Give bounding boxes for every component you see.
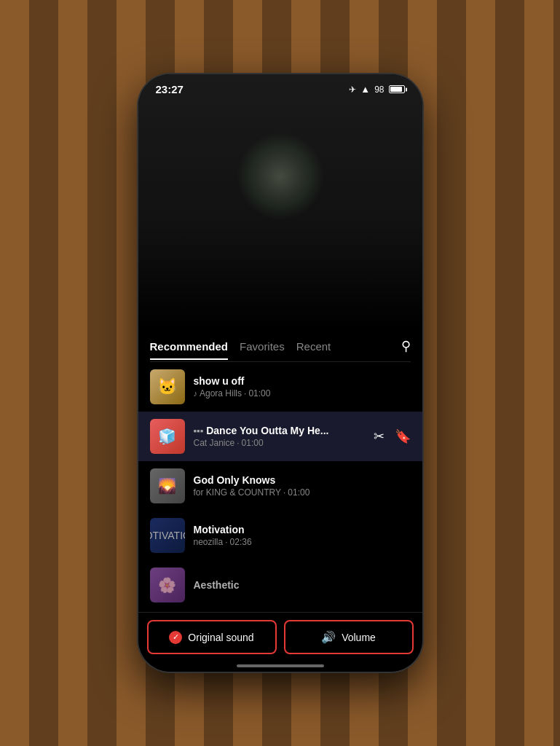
song-title: God Only Knows xyxy=(194,474,411,486)
song-info: show u off ♪ Agora Hills · 01:00 xyxy=(194,375,411,398)
note-icon: ♪ xyxy=(194,389,198,398)
status-bar: 23:27 ✈ ▲ 98 xyxy=(138,74,422,98)
song-info: Aesthetic xyxy=(194,579,411,591)
song-info: ▪▪▪ Dance You Outta My He... Cat Janice … xyxy=(194,425,365,448)
volume-icon: 🔊 xyxy=(321,630,336,644)
song-title: Aesthetic xyxy=(194,579,411,591)
phone-frame: 23:27 ✈ ▲ 98 Recommended Favorites Recen… xyxy=(138,74,422,672)
volume-label: Volume xyxy=(342,632,376,643)
tab-recent[interactable]: Recent xyxy=(293,340,340,360)
search-icon: ⚲ xyxy=(401,339,411,353)
status-time: 23:27 xyxy=(156,83,184,95)
song-meta: neozilla · 02:36 xyxy=(194,537,411,547)
status-icons: ✈ ▲ 98 xyxy=(349,84,404,95)
list-item[interactable]: MOTIVATION Motivation neozilla · 02:36 xyxy=(138,511,422,560)
tab-recommended[interactable]: Recommended xyxy=(150,340,237,360)
song-actions: ✂ 🔖 xyxy=(374,428,411,444)
tabs-section: Recommended Favorites Recent ⚲ xyxy=(138,329,422,362)
list-item[interactable]: 🐱 show u off ♪ Agora Hills · 01:00 xyxy=(138,362,422,412)
video-area xyxy=(138,74,422,329)
song-title: show u off xyxy=(194,375,411,387)
song-meta: for KING & COUNTRY · 01:00 xyxy=(194,487,411,498)
song-info: Motivation neozilla · 02:36 xyxy=(194,524,411,547)
song-meta: ♪ Agora Hills · 01:00 xyxy=(194,388,411,398)
search-button[interactable]: ⚲ xyxy=(401,338,411,361)
song-thumbnail: 🌄 xyxy=(150,468,185,503)
tab-favorites[interactable]: Favorites xyxy=(237,340,293,360)
bars-icon: ▪▪▪ xyxy=(194,425,204,436)
song-title: ▪▪▪ Dance You Outta My He... xyxy=(194,425,365,436)
song-title: Motivation xyxy=(194,524,411,535)
original-sound-button[interactable]: ✓ Original sound xyxy=(147,620,277,654)
tabs-row: Recommended Favorites Recent ⚲ xyxy=(150,329,411,362)
battery-icon xyxy=(389,85,405,93)
song-list: 🐱 show u off ♪ Agora Hills · 01:00 🧊 ▪▪▪ xyxy=(138,362,422,612)
home-indicator xyxy=(237,664,324,667)
bottom-bar: ✓ Original sound 🔊 Volume xyxy=(138,612,422,672)
song-info: God Only Knows for KING & COUNTRY · 01:0… xyxy=(194,474,411,498)
bookmark-icon[interactable]: 🔖 xyxy=(395,428,411,444)
original-sound-label: Original sound xyxy=(188,632,253,643)
list-item[interactable]: 🌸 Aesthetic xyxy=(138,560,422,610)
volume-button[interactable]: 🔊 Volume xyxy=(284,620,414,654)
list-item[interactable]: 🧊 ▪▪▪ Dance You Outta My He... Cat Janic… xyxy=(138,412,422,461)
airplane-icon: ✈ xyxy=(349,85,356,95)
list-item[interactable]: 🌄 God Only Knows for KING & COUNTRY · 01… xyxy=(138,461,422,511)
battery-label: 98 xyxy=(374,85,384,95)
song-thumbnail: MOTIVATION xyxy=(150,518,185,553)
check-icon: ✓ xyxy=(169,631,182,644)
song-thumbnail: 🐱 xyxy=(150,369,185,404)
song-meta: Cat Janice · 01:00 xyxy=(194,438,365,448)
song-thumbnail: 🧊 xyxy=(150,419,185,454)
cut-icon[interactable]: ✂ xyxy=(374,428,384,444)
song-thumbnail: 🌸 xyxy=(150,568,185,602)
wifi-icon: ▲ xyxy=(360,84,370,95)
